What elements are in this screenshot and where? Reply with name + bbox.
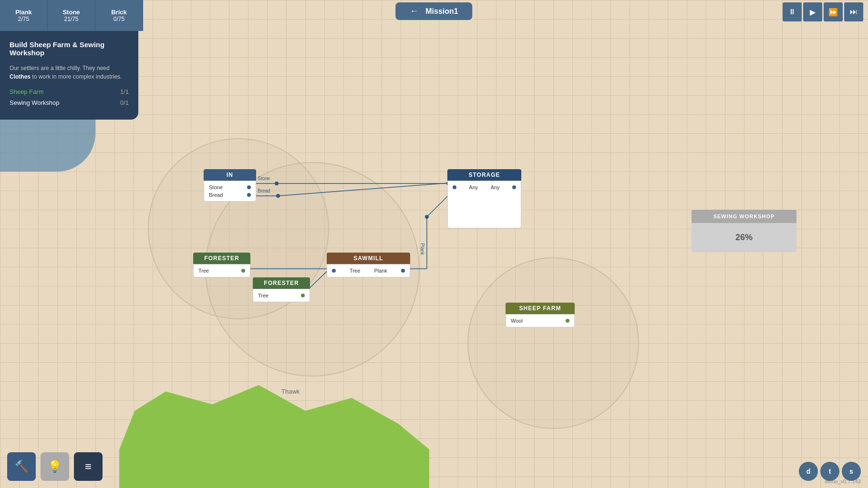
twitter-button[interactable]: t xyxy=(820,462,839,481)
sewing-workshop-count: 0/1 xyxy=(120,99,129,106)
sewing-workshop-label: Sewing Workshop xyxy=(10,99,60,106)
forester1-tree-label: Tree xyxy=(198,268,209,274)
play-button[interactable]: ▶ xyxy=(803,2,822,21)
storage-node-body: Any Any xyxy=(447,181,521,228)
forester1-node[interactable]: FORESTER Tree xyxy=(193,253,250,277)
storage-any-left: Any xyxy=(469,184,478,190)
in-node-body: Stone Bread xyxy=(204,181,256,202)
objective-sheep-farm: Sheep Farm 1/1 xyxy=(10,88,129,95)
sheep-farm-wool-label: Wool xyxy=(511,318,523,324)
forester2-tree-dot xyxy=(301,294,305,297)
forester1-header: FORESTER xyxy=(193,253,250,264)
sheep-farm-wool-row: Wool xyxy=(511,317,569,325)
storage-node-header: STORAGE xyxy=(447,169,521,181)
in-node-header: IN xyxy=(204,169,256,181)
sheep-farm-header: SHEEP FARM xyxy=(506,303,575,314)
territory-circle-3 xyxy=(467,257,639,429)
resource-stone: Stone 21/75 xyxy=(48,0,95,31)
mission-title-text: Mission1 xyxy=(425,7,458,16)
sidebar-panel: Build Sheep Farm & Sewing Workshop Our s… xyxy=(0,31,138,120)
sawmill-tree-label: Tree xyxy=(350,268,360,274)
hammer-button[interactable]: 🔨 xyxy=(7,452,36,481)
sidebar-description: Our settlers are a little chilly. They n… xyxy=(10,64,129,81)
forester2-tree-row: Tree xyxy=(258,292,305,299)
storage-any-right: Any xyxy=(491,184,500,190)
sawmill-plank-dot xyxy=(401,269,405,273)
mission-back-button[interactable]: ← xyxy=(410,6,418,16)
sheep-farm-node[interactable]: SHEEP FARM Wool xyxy=(506,303,575,327)
sawmill-node[interactable]: SAWMILL Tree Plank xyxy=(327,253,410,277)
sawmill-header: SAWMILL xyxy=(327,253,410,264)
in-stone-label: Stone xyxy=(209,184,223,190)
plank-count: 2/75 xyxy=(18,16,29,22)
bottom-toolbar: 🔨 💡 ≡ xyxy=(7,452,103,481)
forester1-tree-row: Tree xyxy=(198,267,245,274)
in-bread-row: Bread xyxy=(209,191,251,199)
sawmill-body: Tree Plank xyxy=(327,264,410,277)
sawmill-tree-dot xyxy=(332,269,336,273)
skip-button[interactable]: ⏭ xyxy=(844,2,863,21)
in-bread-dot xyxy=(247,193,251,197)
mission-title-bar: ← Mission1 xyxy=(395,2,472,20)
storage-right-dot xyxy=(512,185,516,189)
forester1-body: Tree xyxy=(193,264,250,277)
menu-button[interactable]: ≡ xyxy=(74,452,103,481)
objective-sewing-workshop: Sewing Workshop 0/1 xyxy=(10,99,129,106)
resource-badges: Plank 2/75 Stone 21/75 Brick 0/75 xyxy=(0,0,143,31)
forester2-tree-label: Tree xyxy=(258,293,269,298)
sidebar-title: Build Sheep Farm & Sewing Workshop xyxy=(10,41,129,57)
sawmill-plank-label: Plank xyxy=(374,268,387,274)
in-stone-dot xyxy=(247,185,251,189)
in-bread-label: Bread xyxy=(209,192,223,198)
stone-count: 21/75 xyxy=(64,16,78,22)
bulb-button[interactable]: 💡 xyxy=(41,452,69,481)
brick-count: 0/75 xyxy=(114,16,124,22)
storage-node[interactable]: STORAGE Any Any xyxy=(447,169,521,231)
pause-button[interactable]: ⏸ xyxy=(783,2,802,21)
sewing-workshop-progress: 26% xyxy=(692,223,796,252)
brick-label: Brick xyxy=(111,9,127,16)
plank-label: Plank xyxy=(15,9,32,16)
sheep-farm-body: Wool xyxy=(506,314,575,327)
social-buttons: d t s xyxy=(799,462,861,481)
sewing-workshop-header: SEWING WORKSHOP xyxy=(692,210,796,223)
resource-brick: Brick 0/75 xyxy=(95,0,143,31)
discord-button[interactable]: d xyxy=(799,462,818,481)
storage-left-dot xyxy=(453,185,456,189)
in-stone-row: Stone xyxy=(209,183,251,191)
sheep-farm-count: 1/1 xyxy=(120,88,129,95)
sheep-farm-label: Sheep Farm xyxy=(10,88,44,95)
steam-button[interactable]: s xyxy=(842,462,861,481)
storage-any-row: Any Any xyxy=(453,183,516,191)
sawmill-row: Tree Plank xyxy=(332,267,405,274)
resource-plank: Plank 2/75 xyxy=(0,0,48,31)
fast-button[interactable]: ⏩ xyxy=(824,2,843,21)
top-controls: ⏸ ▶ ⏩ ⏭ xyxy=(783,2,863,21)
stone-label: Stone xyxy=(62,9,80,16)
forester2-body: Tree xyxy=(253,289,310,302)
forester2-node[interactable]: FORESTER Tree xyxy=(253,277,310,302)
forester1-tree-dot xyxy=(241,269,245,273)
sewing-workshop-panel: SEWING WORKSHOP 26% xyxy=(692,210,796,252)
sheep-farm-wool-dot xyxy=(566,319,569,323)
in-node[interactable]: IN Stone Bread xyxy=(204,169,256,202)
forester2-header: FORESTER xyxy=(253,277,310,289)
map-label: Thawk xyxy=(281,388,300,395)
